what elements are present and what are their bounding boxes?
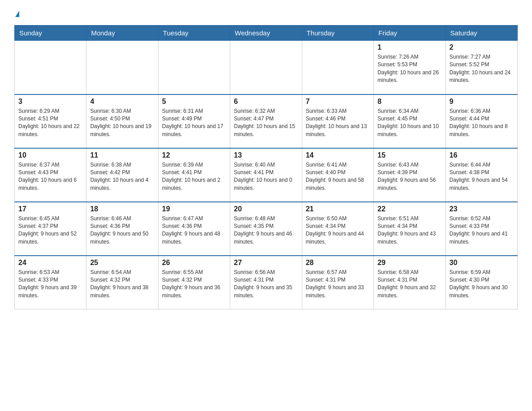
day-info: Sunrise: 6:59 AM Sunset: 4:30 PM Dayligh… bbox=[450, 269, 514, 300]
day-info: Sunrise: 7:26 AM Sunset: 5:53 PM Dayligh… bbox=[378, 53, 442, 85]
day-info: Sunrise: 6:50 AM Sunset: 4:34 PM Dayligh… bbox=[306, 215, 370, 246]
day-info: Sunrise: 6:57 AM Sunset: 4:31 PM Dayligh… bbox=[306, 269, 370, 300]
day-info: Sunrise: 6:46 AM Sunset: 4:36 PM Dayligh… bbox=[90, 215, 154, 246]
calendar-cell: 11Sunrise: 6:38 AM Sunset: 4:42 PM Dayli… bbox=[86, 148, 158, 202]
day-info: Sunrise: 6:33 AM Sunset: 4:46 PM Dayligh… bbox=[306, 107, 370, 139]
weekday-header-wednesday: Wednesday bbox=[230, 26, 302, 41]
calendar-cell: 26Sunrise: 6:55 AM Sunset: 4:32 PM Dayli… bbox=[158, 256, 230, 309]
day-number: 2 bbox=[450, 43, 514, 51]
day-number: 22 bbox=[378, 205, 442, 213]
day-number: 24 bbox=[18, 259, 82, 267]
calendar-cell bbox=[158, 41, 230, 94]
calendar-cell: 6Sunrise: 6:32 AM Sunset: 4:47 PM Daylig… bbox=[230, 94, 302, 148]
calendar-cell: 10Sunrise: 6:37 AM Sunset: 4:43 PM Dayli… bbox=[15, 148, 86, 202]
day-number: 7 bbox=[306, 98, 370, 106]
day-number: 5 bbox=[162, 98, 226, 106]
day-number: 11 bbox=[90, 151, 154, 159]
calendar-cell: 16Sunrise: 6:44 AM Sunset: 4:38 PM Dayli… bbox=[446, 148, 517, 202]
calendar-cell: 28Sunrise: 6:57 AM Sunset: 4:31 PM Dayli… bbox=[302, 256, 373, 309]
calendar-week-row: 10Sunrise: 6:37 AM Sunset: 4:43 PM Dayli… bbox=[15, 148, 518, 202]
day-number: 23 bbox=[450, 205, 514, 213]
day-number: 6 bbox=[234, 98, 298, 106]
calendar-cell: 29Sunrise: 6:58 AM Sunset: 4:31 PM Dayli… bbox=[374, 256, 446, 309]
day-info: Sunrise: 6:56 AM Sunset: 4:31 PM Dayligh… bbox=[234, 269, 298, 300]
weekday-header-row: SundayMondayTuesdayWednesdayThursdayFrid… bbox=[15, 26, 518, 41]
calendar-cell: 7Sunrise: 6:33 AM Sunset: 4:46 PM Daylig… bbox=[302, 94, 373, 148]
day-info: Sunrise: 6:34 AM Sunset: 4:45 PM Dayligh… bbox=[378, 107, 442, 139]
day-number: 1 bbox=[378, 43, 442, 51]
calendar-cell: 30Sunrise: 6:59 AM Sunset: 4:30 PM Dayli… bbox=[446, 256, 517, 309]
day-info: Sunrise: 6:40 AM Sunset: 4:41 PM Dayligh… bbox=[234, 161, 298, 193]
day-info: Sunrise: 6:52 AM Sunset: 4:33 PM Dayligh… bbox=[450, 215, 514, 246]
day-info: Sunrise: 6:43 AM Sunset: 4:39 PM Dayligh… bbox=[378, 161, 442, 193]
day-number: 29 bbox=[378, 259, 442, 267]
calendar-cell: 3Sunrise: 6:29 AM Sunset: 4:51 PM Daylig… bbox=[15, 94, 86, 148]
day-number: 17 bbox=[18, 205, 82, 213]
day-number: 30 bbox=[450, 259, 514, 267]
day-number: 14 bbox=[306, 151, 370, 159]
day-number: 8 bbox=[378, 98, 442, 106]
calendar-table: SundayMondayTuesdayWednesdayThursdayFrid… bbox=[14, 25, 518, 309]
calendar-week-row: 3Sunrise: 6:29 AM Sunset: 4:51 PM Daylig… bbox=[15, 94, 518, 148]
calendar-cell: 4Sunrise: 6:30 AM Sunset: 4:50 PM Daylig… bbox=[86, 94, 158, 148]
day-number: 20 bbox=[234, 205, 298, 213]
calendar-cell bbox=[15, 41, 86, 94]
day-number: 3 bbox=[18, 98, 82, 106]
day-info: Sunrise: 6:29 AM Sunset: 4:51 PM Dayligh… bbox=[18, 107, 82, 139]
day-info: Sunrise: 6:36 AM Sunset: 4:44 PM Dayligh… bbox=[450, 107, 514, 139]
day-info: Sunrise: 6:30 AM Sunset: 4:50 PM Dayligh… bbox=[90, 107, 154, 139]
day-number: 25 bbox=[90, 259, 154, 267]
calendar-cell: 19Sunrise: 6:47 AM Sunset: 4:36 PM Dayli… bbox=[158, 202, 230, 256]
weekday-header-saturday: Saturday bbox=[446, 26, 517, 41]
day-info: Sunrise: 6:31 AM Sunset: 4:49 PM Dayligh… bbox=[162, 107, 226, 139]
calendar-cell: 14Sunrise: 6:41 AM Sunset: 4:40 PM Dayli… bbox=[302, 148, 373, 202]
header bbox=[14, 11, 518, 17]
calendar-cell: 5Sunrise: 6:31 AM Sunset: 4:49 PM Daylig… bbox=[158, 94, 230, 148]
calendar-cell: 1Sunrise: 7:26 AM Sunset: 5:53 PM Daylig… bbox=[374, 41, 446, 94]
calendar-cell: 12Sunrise: 6:39 AM Sunset: 4:41 PM Dayli… bbox=[158, 148, 230, 202]
calendar-cell: 21Sunrise: 6:50 AM Sunset: 4:34 PM Dayli… bbox=[302, 202, 373, 256]
day-number: 9 bbox=[450, 98, 514, 106]
day-info: Sunrise: 6:37 AM Sunset: 4:43 PM Dayligh… bbox=[18, 161, 82, 193]
calendar-cell: 27Sunrise: 6:56 AM Sunset: 4:31 PM Dayli… bbox=[230, 256, 302, 309]
day-number: 16 bbox=[450, 151, 514, 159]
weekday-header-sunday: Sunday bbox=[15, 26, 86, 41]
calendar-cell: 23Sunrise: 6:52 AM Sunset: 4:33 PM Dayli… bbox=[446, 202, 517, 256]
calendar-cell: 20Sunrise: 6:48 AM Sunset: 4:35 PM Dayli… bbox=[230, 202, 302, 256]
day-number: 28 bbox=[306, 259, 370, 267]
calendar-week-row: 24Sunrise: 6:53 AM Sunset: 4:33 PM Dayli… bbox=[15, 256, 518, 309]
day-info: Sunrise: 6:38 AM Sunset: 4:42 PM Dayligh… bbox=[90, 161, 154, 193]
day-info: Sunrise: 6:41 AM Sunset: 4:40 PM Dayligh… bbox=[306, 161, 370, 193]
logo bbox=[14, 11, 19, 17]
day-number: 18 bbox=[90, 205, 154, 213]
weekday-header-friday: Friday bbox=[374, 26, 446, 41]
day-info: Sunrise: 7:27 AM Sunset: 5:52 PM Dayligh… bbox=[450, 53, 514, 85]
calendar-cell: 25Sunrise: 6:54 AM Sunset: 4:32 PM Dayli… bbox=[86, 256, 158, 309]
day-number: 26 bbox=[162, 259, 226, 267]
day-info: Sunrise: 6:47 AM Sunset: 4:36 PM Dayligh… bbox=[162, 215, 226, 246]
calendar-cell: 22Sunrise: 6:51 AM Sunset: 4:34 PM Dayli… bbox=[374, 202, 446, 256]
day-info: Sunrise: 6:55 AM Sunset: 4:32 PM Dayligh… bbox=[162, 269, 226, 300]
day-number: 15 bbox=[378, 151, 442, 159]
calendar-week-row: 1Sunrise: 7:26 AM Sunset: 5:53 PM Daylig… bbox=[15, 41, 518, 94]
calendar-cell: 13Sunrise: 6:40 AM Sunset: 4:41 PM Dayli… bbox=[230, 148, 302, 202]
calendar-cell: 9Sunrise: 6:36 AM Sunset: 4:44 PM Daylig… bbox=[446, 94, 517, 148]
day-info: Sunrise: 6:32 AM Sunset: 4:47 PM Dayligh… bbox=[234, 107, 298, 139]
calendar-cell bbox=[86, 41, 158, 94]
calendar-cell: 2Sunrise: 7:27 AM Sunset: 5:52 PM Daylig… bbox=[446, 41, 517, 94]
day-number: 19 bbox=[162, 205, 226, 213]
day-info: Sunrise: 6:39 AM Sunset: 4:41 PM Dayligh… bbox=[162, 161, 226, 193]
day-info: Sunrise: 6:44 AM Sunset: 4:38 PM Dayligh… bbox=[450, 161, 514, 193]
weekday-header-thursday: Thursday bbox=[302, 26, 373, 41]
calendar-cell bbox=[230, 41, 302, 94]
day-number: 10 bbox=[18, 151, 82, 159]
day-info: Sunrise: 6:51 AM Sunset: 4:34 PM Dayligh… bbox=[378, 215, 442, 246]
weekday-header-tuesday: Tuesday bbox=[158, 26, 230, 41]
day-info: Sunrise: 6:45 AM Sunset: 4:37 PM Dayligh… bbox=[18, 215, 82, 246]
weekday-header-monday: Monday bbox=[86, 26, 158, 41]
day-number: 21 bbox=[306, 205, 370, 213]
day-number: 27 bbox=[234, 259, 298, 267]
calendar-cell: 15Sunrise: 6:43 AM Sunset: 4:39 PM Dayli… bbox=[374, 148, 446, 202]
day-info: Sunrise: 6:48 AM Sunset: 4:35 PM Dayligh… bbox=[234, 215, 298, 246]
day-number: 12 bbox=[162, 151, 226, 159]
